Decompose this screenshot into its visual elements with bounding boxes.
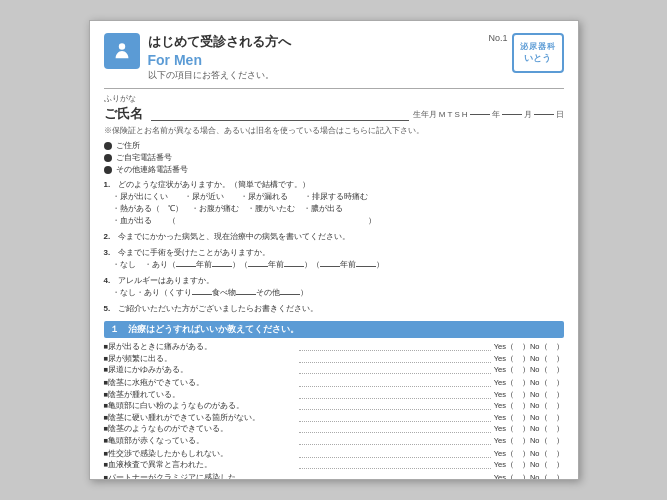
symptom-row: ■性交渉で感染したかもしれない。 Yes（ ）No（ ） [104,449,564,459]
clinic-stamp: 泌尿器科 いとう [512,33,564,73]
insurance-note: ※保険証とお名前が異なる場合、あるいは旧名を使っている場合はこちらに記入下さい。 [104,126,564,136]
stamp-line2: いとう [524,52,551,65]
page-number: No.1 [488,33,507,43]
contact-info-section: ご住所 ご自宅電話番号 その他連絡電話番号 [104,140,564,175]
date-fields: 生年月 M T S H 年 月 日 [413,109,564,120]
bullet-icon [104,142,112,150]
question-1: 1. どのような症状がありますか。（簡単で結構です。） ・尿が出にくい ・尿が近… [104,179,564,227]
name-row: ご氏名 生年月 M T S H 年 月 日 [104,105,564,123]
symptom-row: ■尿が出るときに痛みがある。 Yes（ ）No（ ） [104,342,564,352]
symptom-row: ■陰茎に水疱ができている。 Yes（ ）No（ ） [104,378,564,388]
question-3: 3. 今までに手術を受けたことがありますか。 ・なし ・あり（年前）（年前）（年… [104,247,564,271]
question-4: 4. アレルギーはありますか。 ・なし・あり（くすり食べ物その他） [104,275,564,299]
person-icon [111,40,133,62]
title-en: For Men [148,52,564,68]
sti-symptoms: ■性交渉で感染したかもしれない。 Yes（ ）No（ ） ■血液検査で異常と言わ… [104,449,564,471]
partner-symptoms: ■パートナーがクラミジアに感染した。 Yes（ ）No（ ） ■パートナーが淋病… [104,473,564,480]
symptom-row: ■陰茎が腫れている。 Yes（ ）No（ ） [104,390,564,400]
bullet-icon [104,154,112,162]
name-label: ご氏名 [104,105,143,123]
question-2: 2. 今までにかかった病気と、現在治療中の病気を書いてください。 [104,231,564,243]
stamp-line1: 泌尿器科 [520,41,556,52]
checkbox-other-phone: その他連絡電話番号 [104,164,564,175]
name-input-line[interactable] [151,107,409,121]
symptom-row: ■亀頭部が赤くなっている。 Yes（ ）No（ ） [104,436,564,446]
bullet-icon [104,166,112,174]
symptom-row: ■陰茎のようなものができている。 Yes（ ）No（ ） [104,424,564,434]
symptom-row: ■尿が頻繁に出る。 Yes（ ）No（ ） [104,354,564,364]
urinary-symptoms: ■尿が出るときに痛みがある。 Yes（ ）No（ ） ■尿が頻繁に出る。 Yes… [104,342,564,375]
blue-section-header: １ 治療はどうすればいいか教えてください。 [104,321,564,338]
checkbox-home-phone: ご自宅電話番号 [104,152,564,163]
subtitle: 以下の項目にお答えください。 [148,69,564,82]
header-icon [104,33,140,69]
question-5: 5. ご紹介いただいた方がございましたらお書きください。 [104,303,564,315]
furigana-label: ふりがな [104,93,564,104]
header-divider [104,88,564,89]
symptom-row: ■尿道にかゆみがある。 Yes（ ）No（ ） [104,365,564,375]
symptom-row: ■陰茎に硬い腫れができている箇所がない。 Yes（ ）No（ ） [104,413,564,423]
skin-symptoms: ■陰茎に水疱ができている。 Yes（ ）No（ ） ■陰茎が腫れている。 Yes… [104,378,564,446]
svg-point-0 [118,43,124,49]
symptom-row: ■亀頭部に白い粉のようなものがある。 Yes（ ）No（ ） [104,401,564,411]
checkbox-address: ご住所 [104,140,564,151]
symptom-row: ■血液検査で異常と言われた。 Yes（ ）No（ ） [104,460,564,470]
document-page: はじめて受診される方へ For Men 以下の項目にお答えください。 泌尿器科 … [89,20,579,480]
header: はじめて受診される方へ For Men 以下の項目にお答えください。 泌尿器科 … [104,33,564,82]
symptom-row: ■パートナーがクラミジアに感染した。 Yes（ ）No（ ） [104,473,564,480]
